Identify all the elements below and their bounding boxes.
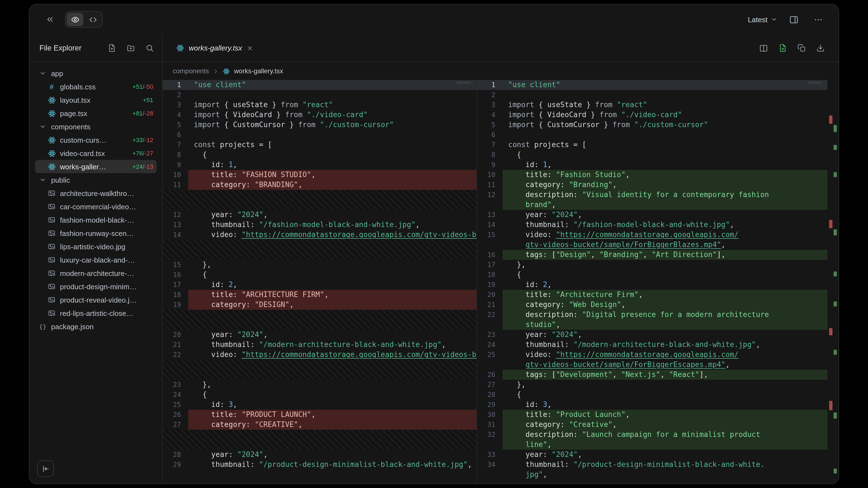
collapse-sidebar-button[interactable] (37, 460, 54, 477)
code-line[interactable]: 7const projects = [ (163, 140, 476, 150)
code-line[interactable]: 9 id: 1, (477, 160, 828, 170)
code-line[interactable]: 24 { (163, 390, 476, 400)
code-line[interactable]: 4import { VideoCard } from "./video-card… (163, 110, 476, 120)
tree-file-product-design-minim[interactable]: product-design-minim… (35, 280, 157, 293)
code-line[interactable]: 28 year: "2024", (163, 450, 476, 460)
code-line[interactable]: brand", (477, 200, 828, 210)
tree-file-car-commercial-video[interactable]: car-commercial-video… (35, 200, 157, 213)
code-line[interactable]: 10 title: "FASHION STUDIO", (163, 170, 476, 180)
code-line[interactable]: 20 title: "Architecture Firm", (477, 290, 828, 300)
tree-file-luxury-car-black-and-[interactable]: luxury-car-black-and-… (35, 253, 157, 266)
code-line[interactable]: 5import { CustomCursor } from "./custom-… (163, 120, 476, 130)
code-line[interactable]: 27 }, (477, 380, 828, 390)
tree-file-layout.tsx[interactable]: layout.tsx+51 (35, 93, 157, 107)
tree-file-custom-curs[interactable]: custom-curs…+33/-12 (35, 133, 157, 147)
breadcrumb-folder[interactable]: components (173, 67, 209, 75)
code-line[interactable]: gtv-videos-bucket/sample/ForBiggerEscape… (477, 360, 828, 370)
code-line[interactable]: 11 category: "Branding", (477, 180, 828, 190)
tab-works-gallery[interactable]: works-gallery.tsx (170, 40, 259, 56)
code-line[interactable]: 32 description: "Launch campaign for a m… (477, 430, 828, 440)
code-line[interactable]: 25 video: "https://commondatastorage.goo… (477, 350, 828, 360)
split-view-button[interactable] (755, 40, 772, 56)
code-line[interactable]: 23 year: "2024", (477, 330, 828, 340)
tree-file-page.tsx[interactable]: page.tsx+81/-28 (35, 107, 157, 120)
code-line[interactable]: 15 }, (163, 260, 476, 270)
code-toggle-button[interactable] (85, 13, 101, 26)
code-line[interactable]: 28 { (477, 390, 828, 400)
code-line[interactable]: 30 title: "Product Launch", (477, 410, 828, 420)
code-line[interactable]: 27 category: "CREATIVE", (163, 420, 476, 430)
code-line[interactable]: 25 id: 3, (163, 400, 476, 410)
collapse-panel-button[interactable] (42, 12, 58, 27)
more-options-button[interactable] (810, 12, 826, 27)
code-line[interactable]: 8 { (477, 150, 828, 160)
copy-button[interactable] (793, 40, 810, 56)
tree-file-product-reveal-video.j[interactable]: product-reveal-video.j… (35, 293, 157, 306)
code-line[interactable]: 18 { (477, 270, 828, 280)
code-line[interactable]: 21 category: "Web Design", (477, 300, 828, 310)
horizontal-scrollbar[interactable] (807, 82, 822, 84)
tree-file-package.json[interactable]: {}package.json (35, 320, 157, 333)
code-line[interactable]: 18 title: "ARCHITECTURE FIRM", (163, 290, 476, 300)
code-line[interactable]: 3import { useState } from "react" (477, 100, 828, 110)
code-line[interactable]: 7const projects = [ (477, 140, 828, 150)
new-folder-button[interactable] (123, 40, 138, 56)
tree-file-globals.css[interactable]: #globals.css+51/-50 (35, 80, 157, 93)
code-line[interactable]: 6 (477, 130, 828, 140)
panel-layout-button[interactable] (785, 12, 802, 27)
code-line[interactable]: 11 category: "BRANDING", (163, 180, 476, 190)
code-line[interactable]: studio", (477, 320, 828, 330)
code-line[interactable]: line", (477, 440, 828, 450)
tree-file-works-galler[interactable]: works-galler…+24/-13 (35, 160, 157, 173)
code-line[interactable]: 20 year: "2024", (163, 330, 476, 340)
code-line[interactable]: 26 tags: ["Development", "Next.js", "Rea… (477, 370, 828, 380)
code-line[interactable]: 24 thumbnail: "/modern-architecture-blac… (477, 340, 828, 350)
code-line[interactable]: 29 thumbnail: "/product-design-minimalis… (163, 460, 476, 470)
search-files-button[interactable] (142, 40, 157, 56)
tree-file-modern-architecture-[interactable]: modern-architecture-… (35, 266, 157, 280)
code-line[interactable]: 3import { useState } from "react" (163, 100, 476, 110)
code-line[interactable]: 8 { (163, 150, 476, 160)
code-line[interactable]: 6 (163, 130, 476, 140)
diff-modified-pane[interactable]: 1"use client"23import { useState } from … (477, 80, 828, 484)
code-line[interactable]: 26 title: "PRODUCT LAUNCH", (163, 410, 476, 420)
code-line[interactable]: 16 { (163, 270, 476, 280)
code-line[interactable]: 17 }, (477, 260, 828, 270)
code-line[interactable]: 22 video: "https://commondatastorage.goo… (163, 350, 476, 360)
tree-folder-components[interactable]: components (35, 120, 157, 133)
tree-file-video-card.tsx[interactable]: video-card.tsx+76/-27 (35, 147, 157, 160)
code-line[interactable]: 16 tags: ["Design", "Branding", "Art Dir… (477, 250, 828, 260)
new-file-button[interactable] (104, 40, 119, 56)
code-line[interactable]: 21 thumbnail: "/modern-architecture-blac… (163, 340, 476, 350)
version-selector[interactable]: Latest (748, 15, 777, 24)
code-line[interactable]: 17 id: 2, (163, 280, 476, 290)
diff-original-pane[interactable]: 1"use client"23import { useState } from … (163, 80, 477, 484)
code-line[interactable]: 2 (477, 90, 828, 100)
code-line[interactable]: 4import { VideoCard } from "./video-card… (477, 110, 828, 120)
code-line[interactable]: 34 thumbnail: "/product-design-minimalis… (477, 460, 828, 470)
code-line[interactable]: 12 year: "2024", (163, 210, 476, 220)
code-line[interactable]: 31 category: "Creative", (477, 420, 828, 430)
code-line[interactable]: 13 thumbnail: "/fashion-model-black-and-… (163, 220, 476, 230)
code-line[interactable]: 14 thumbnail: "/fashion-model-black-and-… (477, 220, 828, 230)
code-line[interactable]: 2 (163, 90, 476, 100)
tree-file-red-lips-artistic-close[interactable]: red-lips-artistic-close… (35, 306, 157, 320)
file-changes-button[interactable] (774, 40, 791, 56)
code-line[interactable]: 29 id: 3, (477, 400, 828, 410)
code-line[interactable]: 1"use client" (163, 80, 476, 90)
code-line[interactable]: jpg", (477, 470, 828, 480)
code-line[interactable]: 12 description: "Visual identity for a c… (477, 190, 828, 200)
preview-toggle-button[interactable] (67, 13, 83, 26)
close-tab-button[interactable] (247, 45, 253, 51)
code-line[interactable]: 15 video: "https://commondatastorage.goo… (477, 230, 828, 240)
code-line[interactable]: 22 description: "Digital presence for a … (477, 310, 828, 320)
code-line[interactable]: 1"use client" (477, 80, 828, 90)
tree-file-lips-artistic-video.jpg[interactable]: lips-artistic-video.jpg (35, 240, 157, 253)
code-line[interactable]: 23 }, (163, 380, 476, 390)
code-line[interactable]: 14 video: "https://commondatastorage.goo… (163, 230, 476, 240)
download-button[interactable] (812, 40, 829, 56)
tree-file-fashion-runway-scen[interactable]: fashion-runway-scen… (35, 227, 157, 240)
tree-folder-app[interactable]: app (35, 67, 157, 80)
tree-folder-public[interactable]: public (35, 173, 157, 187)
code-line[interactable]: 9 id: 1, (163, 160, 476, 170)
